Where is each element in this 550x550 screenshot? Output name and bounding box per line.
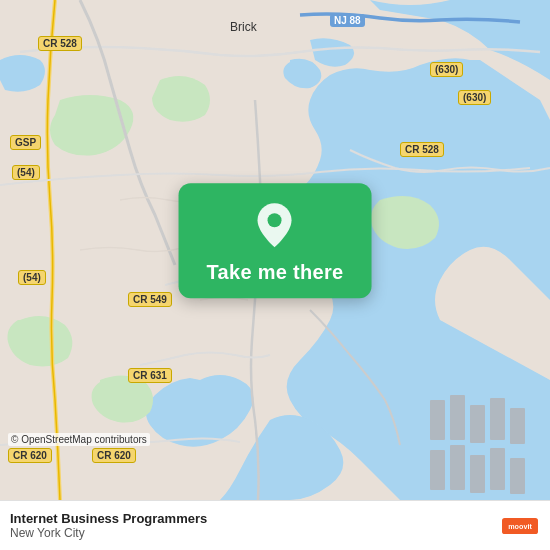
cta-button-label: Take me there xyxy=(207,261,344,284)
svg-rect-2 xyxy=(450,395,465,440)
road-label-cr620-1: CR 620 xyxy=(8,448,52,463)
svg-text:moovit: moovit xyxy=(508,522,532,531)
svg-rect-10 xyxy=(510,458,525,494)
road-label-cr54-bot: (54) xyxy=(18,270,46,285)
svg-rect-4 xyxy=(490,398,505,440)
road-label-gsp: GSP xyxy=(10,135,41,150)
road-label-cr631: CR 631 xyxy=(128,368,172,383)
business-info: Internet Business Programmers New York C… xyxy=(10,511,207,540)
cta-overlay: Take me there xyxy=(179,183,372,298)
moovit-logo[interactable]: moovit xyxy=(502,508,538,544)
map-container: NJ 88 CR 528 Brick GSP (630) (630) CR 52… xyxy=(0,0,550,500)
road-label-630-2: (630) xyxy=(458,90,491,105)
map-attribution: © OpenStreetMap contributors xyxy=(8,433,150,446)
road-label-cr549: CR 549 xyxy=(128,292,172,307)
svg-rect-3 xyxy=(470,405,485,443)
road-label-cr528-top: CR 528 xyxy=(38,36,82,51)
road-label-cr54-top: (54) xyxy=(12,165,40,180)
svg-rect-1 xyxy=(430,400,445,440)
svg-rect-8 xyxy=(470,455,485,493)
svg-rect-6 xyxy=(430,450,445,490)
location-pin-icon xyxy=(255,201,295,253)
bottom-bar: Internet Business Programmers New York C… xyxy=(0,500,550,550)
business-location: New York City xyxy=(10,526,207,540)
svg-rect-9 xyxy=(490,448,505,490)
road-label-nj88: NJ 88 xyxy=(330,14,365,27)
moovit-icon: moovit xyxy=(502,508,538,544)
svg-rect-5 xyxy=(510,408,525,444)
road-label-630-1: (630) xyxy=(430,62,463,77)
label-brick: Brick xyxy=(230,20,257,34)
take-me-there-button[interactable]: Take me there xyxy=(179,183,372,298)
business-name: Internet Business Programmers xyxy=(10,511,207,526)
svg-rect-7 xyxy=(450,445,465,490)
road-label-cr528-mid: CR 528 xyxy=(400,142,444,157)
svg-point-11 xyxy=(268,213,282,227)
road-label-cr620-2: CR 620 xyxy=(92,448,136,463)
